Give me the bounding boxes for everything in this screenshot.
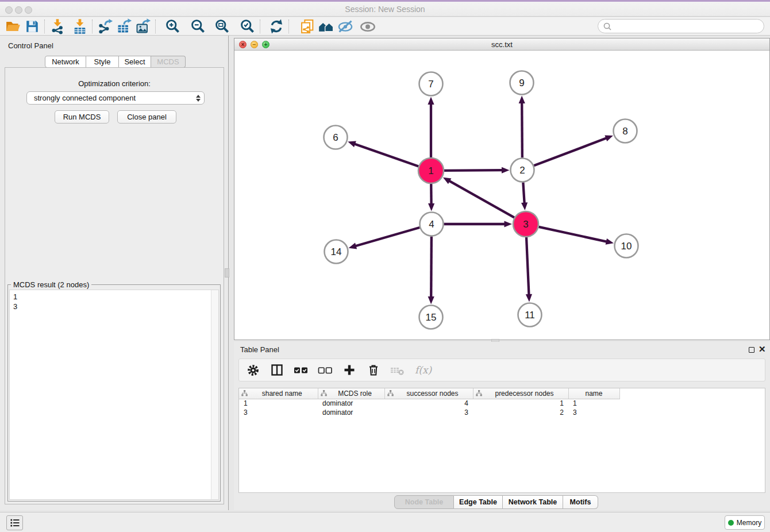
table-row-3[interactable]: 3dominator323 — [239, 408, 619, 417]
graph-edge-2-3[interactable] — [523, 182, 524, 203]
tab-motifs[interactable]: Motifs — [563, 495, 598, 509]
list-icon — [9, 517, 21, 529]
graph-node-9[interactable]: 9 — [510, 71, 534, 95]
tab-network-table[interactable]: Network Table — [503, 495, 563, 509]
mcds-result-list[interactable]: 1 3 — [9, 290, 219, 500]
mcds-result-scrollbar[interactable] — [211, 290, 218, 499]
open-session-icon[interactable] — [3, 18, 22, 35]
apply-layout-icon[interactable] — [267, 18, 286, 35]
show-graphics-details-icon[interactable] — [358, 18, 377, 35]
duplicate-network-icon[interactable] — [298, 18, 317, 35]
graph-edge-1-2[interactable] — [444, 170, 503, 171]
graph-node-10[interactable]: 10 — [615, 234, 638, 258]
function-builder-icon-disabled: f(x) — [415, 364, 432, 376]
graph-node-1[interactable]: 1 — [418, 158, 444, 183]
dropdown-stepper-icon — [196, 95, 201, 102]
graph-node-label-4: 4 — [429, 219, 434, 230]
network-view-window: scc.txt 7968124314101511 — [234, 38, 770, 340]
control-panel: Control Panel ✕ NetworkStyleSelectMCDS O… — [0, 36, 229, 510]
graph-edge-2-9[interactable] — [522, 102, 522, 158]
tab-mcds[interactable]: MCDS — [151, 56, 186, 68]
mcds-result-lines: 1 3 — [13, 292, 17, 311]
graph-edge-3-10[interactable] — [538, 227, 607, 242]
graph-edge-3-1[interactable] — [449, 180, 514, 217]
table-mode-gear-icon[interactable] — [245, 362, 261, 378]
export-network-icon[interactable] — [95, 18, 114, 35]
cell-predecessor-nodes[interactable]: 2 — [473, 408, 568, 417]
zoom-selected-icon[interactable] — [238, 18, 257, 35]
cell-mcds-role[interactable]: dominator — [318, 399, 384, 408]
memory-button[interactable]: Memory — [725, 515, 765, 530]
table-row-1[interactable]: 1dominator411 — [239, 399, 619, 408]
graph-node-4[interactable]: 4 — [420, 213, 444, 236]
deselect-all-columns-icon[interactable] — [317, 362, 333, 378]
graph-edge-3-11[interactable] — [526, 237, 529, 295]
network-window-titlebar[interactable]: scc.txt — [234, 38, 769, 51]
optimization-criterion-dropdown[interactable]: strongly connected component — [26, 91, 205, 105]
search-input[interactable] — [612, 22, 759, 30]
cell-predecessor-nodes[interactable]: 1 — [473, 399, 568, 408]
task-history-button[interactable] — [6, 515, 23, 530]
tab-network[interactable]: Network — [45, 56, 86, 68]
column-header-shared-name[interactable]: shared name — [239, 388, 318, 399]
graph-edge-4-15[interactable] — [431, 236, 432, 298]
tab-edge-table[interactable]: Edge Table — [454, 495, 503, 509]
hide-graphics-details-icon[interactable] — [336, 18, 355, 35]
zoom-in-icon[interactable] — [163, 18, 182, 35]
cell-shared-name[interactable]: 3 — [239, 408, 318, 417]
tab-style[interactable]: Style — [86, 56, 119, 68]
cell-name[interactable]: 3 — [568, 408, 619, 417]
delete-columns-icon[interactable] — [365, 362, 382, 378]
import-table-icon[interactable] — [70, 18, 89, 35]
graph-node-label-10: 10 — [621, 241, 632, 252]
graph-node-7[interactable]: 7 — [419, 72, 443, 96]
close-panel-button[interactable]: Close panel — [117, 110, 176, 124]
select-all-columns-icon[interactable] — [293, 362, 309, 378]
save-session-icon[interactable] — [22, 18, 41, 35]
show-columns-icon[interactable] — [269, 362, 285, 378]
zoom-fit-icon[interactable] — [213, 18, 232, 35]
import-network-icon[interactable] — [48, 18, 67, 35]
mcds-panel: Optimization criterion: strongly connect… — [5, 67, 224, 504]
cell-successor-nodes[interactable]: 4 — [384, 399, 473, 408]
vertical-splitter-handle[interactable] — [225, 268, 229, 277]
search-field[interactable] — [598, 19, 764, 33]
graph-edge-arrow-2-9 — [519, 95, 525, 103]
run-mcds-button[interactable]: Run MCDS — [55, 110, 109, 124]
close-table-panel-icon[interactable]: ✕ — [759, 346, 766, 352]
cell-shared-name[interactable]: 1 — [239, 399, 318, 408]
graph-edge-arrow-4-14 — [349, 243, 357, 249]
column-header-successor-nodes[interactable]: successor nodes — [384, 388, 473, 399]
export-table-icon[interactable] — [114, 18, 133, 35]
graph-edge-2-8[interactable] — [534, 138, 607, 165]
network-graph[interactable]: 7968124314101511 — [234, 51, 769, 340]
cell-mcds-role[interactable]: dominator — [318, 408, 384, 417]
graph-edge-arrow-1-7 — [428, 97, 434, 105]
column-header-name[interactable]: name — [568, 388, 619, 399]
tab-node-table[interactable]: Node Table — [394, 495, 454, 509]
graph-node-11[interactable]: 11 — [518, 303, 542, 327]
export-image-icon[interactable] — [133, 18, 152, 35]
column-header-mcds-role[interactable]: MCDS role — [318, 388, 384, 399]
float-table-panel-icon[interactable] — [749, 347, 754, 353]
column-header-predecessor-nodes[interactable]: predecessor nodes — [473, 388, 568, 399]
graph-node-15[interactable]: 15 — [419, 306, 443, 329]
graph-node-3[interactable]: 3 — [513, 211, 538, 237]
graph-edge-1-6[interactable] — [354, 144, 418, 166]
tab-select[interactable]: Select — [119, 56, 151, 68]
cell-successor-nodes[interactable]: 3 — [384, 408, 473, 417]
zoom-out-icon[interactable] — [188, 18, 207, 35]
graph-node-label-2: 2 — [519, 165, 525, 176]
toolbar-separator — [92, 20, 93, 33]
graph-node-6[interactable]: 6 — [324, 126, 348, 149]
graph-node-14[interactable]: 14 — [325, 240, 348, 264]
first-neighbors-icon[interactable] — [317, 18, 336, 35]
graph-node-label-3: 3 — [523, 219, 528, 230]
create-column-icon[interactable] — [341, 362, 357, 378]
graph-edge-4-14[interactable] — [355, 228, 420, 246]
graph-node-8[interactable]: 8 — [614, 119, 637, 143]
graph-node-2[interactable]: 2 — [511, 159, 534, 182]
graph-node-label-1: 1 — [428, 165, 433, 176]
network-canvas[interactable]: 7968124314101511 — [234, 51, 769, 340]
cell-name[interactable]: 1 — [568, 399, 619, 408]
